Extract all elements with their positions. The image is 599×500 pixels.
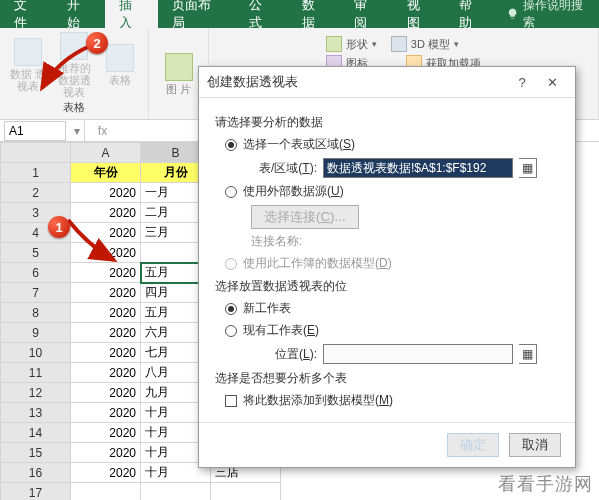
tab-review[interactable]: 审阅 — [340, 0, 393, 28]
section-choose-data: 请选择要分析的数据 — [215, 114, 559, 131]
cell[interactable]: 2020 — [71, 323, 141, 343]
table-icon — [106, 44, 134, 72]
cell[interactable]: 2020 — [71, 463, 141, 483]
create-pivottable-dialog: 创建数据透视表 ? ✕ 请选择要分析的数据 选择一个表或区域(S) 表/区域(T… — [198, 66, 576, 468]
col-a-header[interactable]: A — [71, 143, 141, 163]
range-input[interactable] — [323, 158, 513, 178]
ok-button[interactable]: 确定 — [447, 433, 499, 457]
pivot-table-button[interactable]: 数据 透视表 — [8, 38, 48, 92]
table-row[interactable]: 17 — [1, 483, 281, 501]
cell[interactable]: 2020 — [71, 363, 141, 383]
row-header[interactable]: 8 — [1, 303, 71, 323]
connection-name-label: 连接名称: — [251, 233, 302, 250]
cell[interactable]: 2020 — [71, 263, 141, 283]
cell[interactable] — [71, 483, 141, 501]
table-label: 表格 — [109, 74, 131, 86]
radio-workbook-model: 使用此工作簿的数据模型(D) — [215, 255, 559, 272]
radio-icon — [225, 258, 237, 270]
row-header[interactable]: 2 — [1, 183, 71, 203]
range-picker-icon[interactable]: ▦ — [519, 158, 537, 178]
row-header[interactable]: 1 — [1, 163, 71, 183]
watermark: 看看手游网 — [498, 472, 593, 496]
dialog-title: 创建数据透视表 — [207, 73, 298, 91]
tell-me-search[interactable]: 操作说明搜索 — [498, 0, 599, 28]
tab-insert[interactable]: 插入 — [105, 0, 158, 28]
field-location: 位置(L): ▦ — [251, 344, 559, 364]
recommended-pivot-label: 推荐的 数据透视表 — [54, 62, 94, 98]
cell[interactable]: 2020 — [71, 403, 141, 423]
cell[interactable] — [141, 483, 211, 501]
row-header[interactable]: 16 — [1, 463, 71, 483]
3d-model-icon — [391, 36, 407, 52]
header-cell[interactable]: 年份 — [71, 163, 141, 183]
checkbox-icon — [225, 395, 237, 407]
namebox-dropdown-icon[interactable]: ▾ — [70, 124, 84, 138]
cell[interactable]: 2020 — [71, 423, 141, 443]
tab-formula[interactable]: 公式 — [235, 0, 288, 28]
cell[interactable] — [211, 483, 281, 501]
range-picker-icon[interactable]: ▦ — [519, 344, 537, 364]
radio-new-sheet[interactable]: 新工作表 — [215, 300, 559, 317]
fx-icon[interactable]: fx — [84, 120, 120, 141]
dialog-titlebar[interactable]: 创建数据透视表 ? ✕ — [199, 67, 575, 98]
location-input[interactable] — [323, 344, 513, 364]
cell[interactable]: 2020 — [71, 343, 141, 363]
group-tables: 数据 透视表 推荐的 数据透视表 表格 表格 — [0, 28, 149, 119]
row-header[interactable]: 12 — [1, 383, 71, 403]
close-button[interactable]: ✕ — [537, 75, 567, 90]
field-table-range: 表/区域(T): ▦ — [251, 158, 559, 178]
3d-model-button[interactable]: 3D 模型 — [411, 37, 450, 52]
chevron-down-icon: ▾ — [372, 39, 377, 49]
tab-file[interactable]: 文件 — [0, 0, 53, 28]
row-header[interactable]: 15 — [1, 443, 71, 463]
cell[interactable]: 2020 — [71, 243, 141, 263]
radio-icon — [225, 325, 237, 337]
radio-existing-sheet[interactable]: 现有工作表(E) — [215, 322, 559, 339]
cell[interactable]: 2020 — [71, 223, 141, 243]
row-header[interactable]: 10 — [1, 343, 71, 363]
help-button[interactable]: ? — [507, 75, 537, 90]
row-header[interactable]: 7 — [1, 283, 71, 303]
section-placement: 选择放置数据透视表的位 — [215, 278, 559, 295]
select-all-corner[interactable] — [1, 143, 71, 163]
row-header[interactable]: 5 — [1, 243, 71, 263]
cell[interactable]: 2020 — [71, 203, 141, 223]
radio-icon — [225, 186, 237, 198]
cell[interactable]: 2020 — [71, 443, 141, 463]
tab-view[interactable]: 视图 — [393, 0, 446, 28]
checkbox-add-to-model[interactable]: 将此数据添加到数据模型(M) — [215, 392, 559, 409]
cell[interactable]: 2020 — [71, 283, 141, 303]
row-header[interactable]: 6 — [1, 263, 71, 283]
tab-help[interactable]: 帮助 — [445, 0, 498, 28]
bulb-icon — [506, 7, 519, 21]
choose-connection-button[interactable]: 选择连接(C)... — [251, 205, 359, 229]
tell-me-label: 操作说明搜索 — [523, 0, 591, 31]
tab-layout[interactable]: 页面布局 — [158, 0, 235, 28]
pivot-table-label: 数据 透视表 — [8, 68, 48, 92]
ribbon-tabs: 文件 开始 插入 页面布局 公式 数据 审阅 视图 帮助 操作说明搜索 — [0, 0, 599, 28]
cell[interactable]: 2020 — [71, 303, 141, 323]
shapes-button[interactable]: 形状▾ 3D 模型▾ — [326, 36, 459, 52]
row-header[interactable]: 17 — [1, 483, 71, 501]
row-header[interactable]: 14 — [1, 423, 71, 443]
annotation-badge-1: 1 — [48, 216, 70, 238]
cell[interactable]: 2020 — [71, 183, 141, 203]
group-tables-label: 表格 — [63, 100, 85, 115]
radio-icon — [225, 303, 237, 315]
recommended-pivot-icon — [60, 32, 88, 60]
picture-icon — [165, 53, 193, 81]
chevron-down-icon: ▾ — [454, 39, 459, 49]
row-header[interactable]: 9 — [1, 323, 71, 343]
cell[interactable]: 2020 — [71, 383, 141, 403]
table-button[interactable]: 表格 — [100, 44, 140, 86]
picture-button[interactable]: 图 片 — [159, 53, 199, 95]
row-header[interactable]: 13 — [1, 403, 71, 423]
tab-home[interactable]: 开始 — [53, 0, 106, 28]
shapes-icon — [326, 36, 342, 52]
name-box[interactable] — [4, 121, 66, 141]
radio-select-range[interactable]: 选择一个表或区域(S) — [215, 136, 559, 153]
tab-data[interactable]: 数据 — [288, 0, 341, 28]
row-header[interactable]: 11 — [1, 363, 71, 383]
cancel-button[interactable]: 取消 — [509, 433, 561, 457]
radio-external-source[interactable]: 使用外部数据源(U) — [215, 183, 559, 200]
